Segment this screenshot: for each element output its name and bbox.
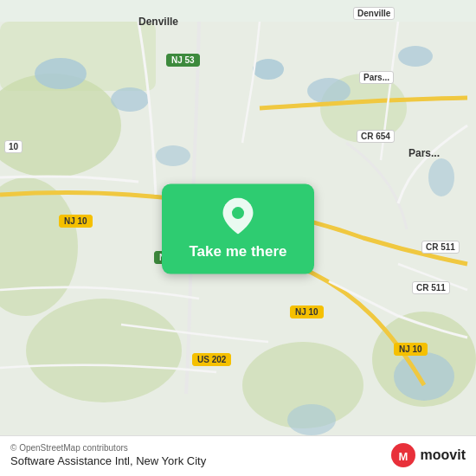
- label-us202-bottom: US 202: [192, 353, 231, 366]
- label-nj10-bottom: NJ 10: [290, 306, 324, 318]
- svg-point-14: [156, 145, 190, 166]
- svg-point-13: [428, 158, 454, 196]
- label-us46: Pars...: [359, 71, 394, 84]
- copyright-text: © OpenStreetMap contributors: [10, 443, 206, 453]
- label-cr654: CR 654: [357, 130, 395, 143]
- location-pin-icon: [220, 198, 256, 235]
- label-nj10-mid: NJ 10: [59, 215, 93, 228]
- svg-point-10: [111, 87, 149, 112]
- town-parsippany: Pars...: [408, 147, 440, 159]
- bottom-bar: © OpenStreetMap contributors Software As…: [0, 435, 476, 476]
- location-name: Software Assistance Intl, New York City: [10, 454, 206, 467]
- svg-point-17: [232, 207, 244, 219]
- cta-label: Take me there: [189, 243, 286, 261]
- svg-point-15: [394, 352, 454, 401]
- label-cr511: CR 511: [421, 241, 460, 254]
- svg-point-3: [26, 299, 182, 402]
- map-container: Denville Pars... NJ 53 10 NJ 10 CR 654 U…: [0, 0, 476, 476]
- svg-point-8: [35, 58, 87, 89]
- label-10-left: 10: [4, 140, 23, 153]
- svg-point-9: [253, 59, 284, 80]
- label-nj10-far: NJ 10: [394, 343, 428, 356]
- label-cr511b: CR 511: [412, 281, 450, 294]
- svg-point-11: [307, 78, 351, 104]
- label-cr618: Denville: [353, 7, 395, 20]
- label-nj53-top: NJ 53: [166, 54, 200, 67]
- bottom-bar-info: © OpenStreetMap contributors Software As…: [10, 443, 206, 467]
- moovit-wordmark: moovit: [421, 447, 466, 463]
- svg-point-12: [398, 46, 433, 67]
- town-denville: Denville: [138, 16, 178, 28]
- svg-point-16: [287, 404, 336, 435]
- svg-text:M: M: [398, 450, 408, 463]
- moovit-icon: M: [391, 443, 415, 467]
- moovit-logo: M moovit: [391, 443, 466, 467]
- take-me-there-button[interactable]: Take me there: [162, 184, 314, 274]
